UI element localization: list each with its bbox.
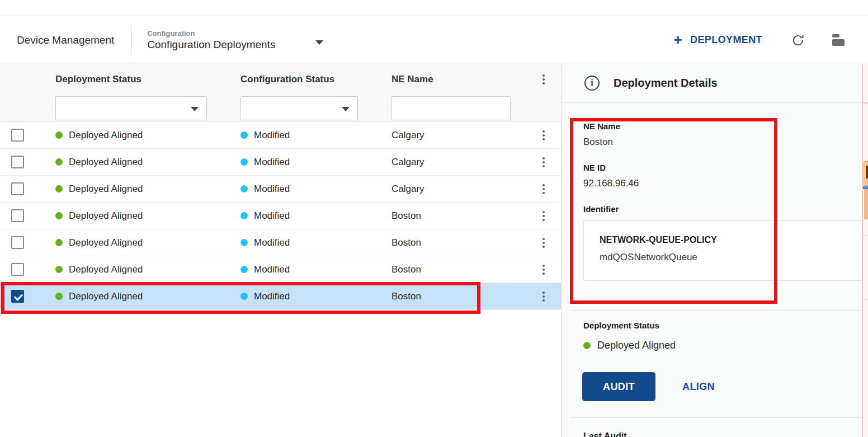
row-configuration-status-cell: Modified [229, 237, 380, 248]
table-row[interactable]: Deployed Aligned Modified Calgary [0, 149, 561, 176]
row-configuration-status-cell: Modified [229, 157, 380, 168]
chevron-down-icon[interactable] [315, 40, 323, 45]
row-menu-icon[interactable] [540, 182, 547, 196]
table-row[interactable]: Deployed Aligned Modified Boston [0, 256, 561, 283]
row-deployment-status-cell: Deployed Aligned [45, 264, 229, 275]
deployment-status-label: Deployment Status [583, 321, 659, 330]
identifier-card: NETWORK-QUEUE-POLICY mdQOSNetworkQueue [583, 220, 865, 281]
row-deployment-status-cell: Deployed Aligned [45, 291, 229, 302]
panel-header: i Deployment Details [562, 63, 868, 103]
table-row[interactable]: Deployed Aligned Modified Calgary [0, 176, 561, 203]
cyan-status-dot-icon [240, 212, 248, 219]
row-menu-icon[interactable] [540, 128, 547, 143]
panel-divider [571, 311, 862, 311]
row-checkbox[interactable] [11, 182, 24, 195]
header-divider [131, 25, 131, 56]
cyan-status-dot-icon [240, 158, 248, 166]
panel-title: Deployment Details [614, 77, 718, 90]
row-deployment-status-cell: Deployed Aligned [45, 210, 229, 222]
top-strip [0, 0, 868, 16]
row-configuration-status-cell: Modified [229, 264, 380, 275]
green-status-dot-icon [55, 239, 63, 246]
row-checkbox[interactable] [11, 156, 24, 168]
row-configuration-status-cell: Modified [229, 210, 380, 222]
configuration-status-filter-select[interactable] [240, 96, 358, 120]
green-status-dot-icon [55, 158, 63, 166]
table-settings-glyph [832, 34, 845, 46]
header-actions: + DEPLOYMENT [673, 17, 868, 63]
cutoff-orange-block [864, 161, 868, 186]
align-button[interactable]: ALIGN [682, 381, 715, 393]
view-switcher-dropdown[interactable]: Configuration Configuration Deployments [147, 29, 275, 51]
table-header-row: Deployment Status Configuration Status N… [0, 63, 561, 95]
green-status-dot-icon [55, 266, 63, 273]
row-checkbox[interactable] [11, 236, 24, 249]
table-row[interactable]: Deployed Aligned Modified Boston [0, 203, 561, 229]
row-deployment-status-cell: Deployed Aligned [45, 237, 229, 248]
row-menu-icon[interactable] [540, 155, 547, 170]
table-body: Deployed Aligned Modified Calgary Deploy… [0, 122, 561, 310]
audit-button[interactable]: AUDIT [582, 372, 655, 401]
row-checkbox[interactable] [11, 129, 24, 142]
panel-fields: NE Name Boston NE ID 92.168.96.46 Identi… [583, 121, 863, 296]
view-name-label: Configuration Deployments [147, 38, 275, 51]
ne-name-filter-input[interactable] [391, 96, 511, 120]
table-filter-row [0, 95, 561, 122]
row-deployment-status-cell: Deployed Aligned [45, 184, 229, 195]
deployment-details-panel: i Deployment Details NE Name Boston NE I… [561, 63, 868, 437]
green-status-dot-icon [55, 131, 63, 139]
row-configuration-status-cell: Modified [229, 184, 380, 195]
ne-name-field-value: Boston [583, 137, 863, 148]
cyan-status-dot-icon [240, 266, 248, 273]
table-menu-icon[interactable] [540, 72, 547, 87]
column-header-deployment-status[interactable]: Deployment Status [45, 74, 229, 85]
row-menu-icon[interactable] [540, 289, 547, 304]
row-ne-name-cell: Calgary [380, 157, 526, 168]
table-settings-icon[interactable] [829, 31, 848, 50]
row-menu-icon[interactable] [540, 209, 547, 223]
green-status-dot-icon [55, 185, 63, 192]
add-deployment-button[interactable]: + DEPLOYMENT [673, 33, 762, 48]
deployment-status-filter-select[interactable] [55, 96, 207, 120]
ne-name-field-label: NE Name [583, 121, 863, 131]
cyan-status-dot-icon [240, 185, 248, 192]
view-category-label: Configuration [147, 29, 275, 38]
deployment-status-value: Deployed Aligned [597, 340, 676, 351]
row-configuration-status-cell: Modified [229, 130, 380, 141]
page-title: Device Management [17, 34, 114, 46]
row-deployment-status-cell: Deployed Aligned [45, 130, 229, 141]
row-checkbox[interactable] [11, 290, 24, 303]
plus-icon: + [673, 32, 682, 47]
green-status-dot-icon [583, 342, 591, 349]
row-ne-name-cell: Boston [380, 210, 526, 222]
info-icon: i [584, 76, 600, 91]
table-row[interactable]: Deployed Aligned Modified Boston [0, 229, 561, 256]
deployment-status-line: Deployed Aligned [583, 340, 676, 351]
cyan-status-dot-icon [240, 239, 248, 246]
app-header: Device Management Configuration Configur… [0, 17, 868, 63]
table-row[interactable]: Deployed Aligned Modified Boston [0, 283, 561, 310]
cutoff-section-label: Last Audit [583, 431, 627, 437]
row-menu-icon[interactable] [540, 236, 547, 250]
cutoff-orange-strip [864, 189, 868, 219]
row-menu-icon[interactable] [540, 262, 547, 277]
row-ne-name-cell: Boston [380, 237, 526, 248]
table-row[interactable]: Deployed Aligned Modified Calgary [0, 122, 561, 149]
row-deployment-status-cell: Deployed Aligned [45, 157, 229, 168]
green-status-dot-icon [55, 293, 63, 300]
chevron-down-icon [342, 107, 350, 111]
ne-id-field-value: 92.168.96.46 [583, 178, 863, 189]
identifier-field-label: Identifier [583, 204, 863, 214]
add-deployment-label: DEPLOYMENT [690, 34, 762, 46]
refresh-icon[interactable] [789, 31, 808, 50]
green-status-dot-icon [55, 212, 63, 219]
app-window: Device Management Configuration Configur… [0, 0, 868, 437]
cyan-status-dot-icon [240, 293, 248, 300]
row-checkbox[interactable] [11, 209, 24, 222]
column-header-configuration-status[interactable]: Configuration Status [229, 74, 380, 85]
row-checkbox[interactable] [11, 263, 24, 276]
deployments-table: Deployment Status Configuration Status N… [0, 63, 561, 437]
row-ne-name-cell: Boston [380, 264, 526, 275]
column-header-ne-name[interactable]: NE Name [380, 74, 526, 85]
ne-id-field-label: NE ID [583, 163, 863, 172]
